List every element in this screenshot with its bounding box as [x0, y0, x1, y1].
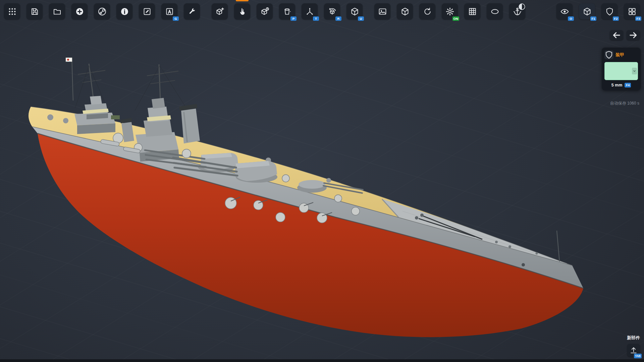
ship-layer — [0, 0, 644, 362]
arrow-left-icon — [612, 31, 621, 40]
sphere-icon — [518, 3, 526, 11]
armor-thickness-row: 5 mm F4 — [604, 83, 638, 87]
toolbar-right-group: OF1F2F3 — [556, 3, 640, 19]
cube-rotate-icon — [328, 7, 337, 16]
info-icon — [120, 7, 129, 16]
chevron-down-icon — [632, 68, 637, 74]
ellipse-icon — [490, 7, 499, 16]
history-nav — [610, 30, 640, 40]
gear-icon — [445, 7, 454, 16]
plus-icon — [75, 7, 84, 16]
armor-panel-header: 装甲 — [604, 50, 638, 59]
toolbar-advanced-tools-button[interactable] — [184, 3, 200, 19]
save-icon — [30, 7, 39, 16]
new-part-label: 新部件 — [627, 335, 640, 341]
aircraft — [111, 115, 120, 119]
toolbar-paint-tool-button[interactable]: P — [279, 3, 295, 19]
cube-icon — [400, 7, 410, 16]
battleship-model[interactable] — [29, 58, 583, 337]
toolbar-open-file-button[interactable] — [49, 3, 65, 19]
new-part-button[interactable]: TAB — [627, 344, 640, 357]
new-part-control: 新部件 TAB — [627, 335, 640, 357]
toolbar-save-button[interactable] — [26, 3, 43, 19]
toolbar-screenshot-button[interactable] — [374, 3, 390, 19]
shield-icon — [604, 50, 613, 59]
folder-icon — [53, 7, 62, 16]
grid-icon — [468, 7, 477, 16]
bucket-icon — [283, 7, 292, 16]
toolbar-rotate-tool-button[interactable]: R — [324, 3, 340, 19]
armor-thickness-value: 5 mm — [611, 83, 623, 87]
image-icon — [378, 7, 387, 16]
toolbar-apps-menu-button[interactable] — [4, 3, 20, 19]
arrow-right-icon — [629, 31, 638, 40]
toolbar-text-decal-button[interactable]: G — [161, 3, 177, 19]
eye-icon — [560, 7, 569, 16]
toolbar-hand-select-tool-button[interactable] — [234, 3, 250, 19]
apps-icon — [8, 7, 17, 16]
edit-icon — [143, 7, 152, 16]
top-toolbar: GPTRUON OF1F2F3 — [0, 3, 644, 19]
armor-panel-title: 装甲 — [615, 52, 624, 58]
steam-icon — [98, 7, 107, 16]
cube-time-icon — [260, 7, 269, 16]
toolbar-blocks-view-button[interactable]: F1 — [579, 3, 595, 19]
autosave-status: 自动保存 1060 s — [610, 101, 639, 106]
toolbar-part-history-button[interactable] — [257, 3, 273, 19]
toolbar-panel-view-button[interactable]: F3 — [624, 3, 640, 19]
toolbar-visibility-overlay-button[interactable]: O — [556, 3, 573, 19]
refresh-icon — [423, 7, 432, 16]
bottom-edge — [0, 359, 644, 362]
armor-panel: 装甲 5 mm F4 — [602, 48, 641, 90]
cube-icon — [350, 7, 359, 16]
toolbar-move-tool-button[interactable]: T — [302, 3, 318, 19]
toolbar-grid-snap-button[interactable] — [464, 3, 480, 19]
toolbar-info-button[interactable] — [116, 3, 132, 19]
letter-a-icon — [165, 7, 174, 16]
toolbar-add-part-button[interactable] — [212, 3, 228, 19]
armor-hotkey-badge: F4 — [625, 83, 631, 87]
hand-icon — [238, 7, 247, 16]
cube-plus-icon — [215, 7, 224, 16]
toolbar-armor-view-button[interactable]: F2 — [601, 3, 618, 19]
armor-color-dropdown[interactable] — [604, 62, 638, 80]
axis-icon — [305, 7, 314, 16]
hull-lower-red — [38, 133, 583, 337]
3d-viewport[interactable]: GPTRUON OF1F2F3 装甲 5 mm F4 自动保存 1060 s 新… — [0, 0, 644, 362]
toolbar-steam-workshop-button[interactable] — [94, 3, 110, 19]
toolbar-left-group: GPTRUON — [4, 3, 525, 19]
view-sphere-toggle[interactable] — [518, 3, 526, 11]
toolbar-transform-tool-button[interactable]: U — [346, 3, 363, 19]
toolbar-reset-view-button[interactable] — [419, 3, 435, 19]
toolbar-ellipse-tool-button[interactable] — [487, 3, 503, 19]
toolbar-add-new-button[interactable] — [71, 3, 88, 19]
toolbar-cube-view-button[interactable] — [397, 3, 413, 19]
cube-icon — [583, 7, 592, 16]
wrench-icon — [187, 7, 197, 16]
shield-icon — [605, 7, 614, 16]
back-button[interactable] — [610, 30, 623, 40]
grid4-icon — [628, 7, 637, 16]
toolbar-settings-button[interactable]: ON — [442, 3, 458, 19]
toolbar-edit-button[interactable] — [139, 3, 155, 19]
forward-button[interactable] — [627, 30, 640, 40]
new-part-hotkey-badge: TAB — [634, 354, 642, 358]
